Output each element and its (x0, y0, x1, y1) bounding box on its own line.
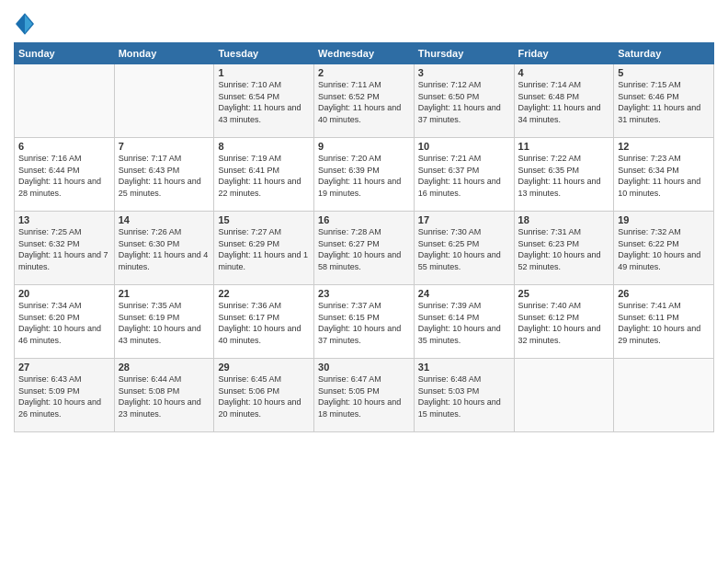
day-info: Sunrise: 6:43 AM Sunset: 5:09 PM Dayligh… (18, 373, 110, 419)
calendar-cell: 30Sunrise: 6:47 AM Sunset: 5:05 PM Dayli… (314, 359, 415, 432)
calendar-cell: 3Sunrise: 7:12 AM Sunset: 6:50 PM Daylig… (414, 64, 514, 138)
calendar-cell: 16Sunrise: 7:28 AM Sunset: 6:27 PM Dayli… (314, 212, 415, 285)
calendar-cell: 20Sunrise: 7:34 AM Sunset: 6:20 PM Dayli… (15, 285, 115, 359)
calendar-cell: 6Sunrise: 7:16 AM Sunset: 6:44 PM Daylig… (15, 138, 115, 212)
day-info: Sunrise: 7:27 AM Sunset: 6:29 PM Dayligh… (218, 226, 310, 272)
day-number: 23 (318, 288, 410, 299)
day-number: 22 (218, 288, 310, 299)
calendar-cell: 4Sunrise: 7:14 AM Sunset: 6:48 PM Daylig… (514, 64, 614, 138)
day-info: Sunrise: 6:48 AM Sunset: 5:03 PM Dayligh… (418, 373, 510, 419)
column-header-sunday: Sunday (15, 43, 115, 64)
day-info: Sunrise: 7:25 AM Sunset: 6:32 PM Dayligh… (18, 226, 110, 272)
day-number: 13 (18, 214, 110, 225)
logo-icon (16, 13, 34, 35)
day-number: 28 (119, 362, 210, 373)
day-number: 17 (418, 214, 510, 225)
day-number: 25 (518, 288, 610, 299)
calendar-header-row: SundayMondayTuesdayWednesdayThursdayFrid… (15, 43, 714, 64)
calendar-week-3: 13Sunrise: 7:25 AM Sunset: 6:32 PM Dayli… (15, 212, 714, 285)
day-number: 12 (618, 141, 710, 152)
day-info: Sunrise: 7:15 AM Sunset: 6:46 PM Dayligh… (618, 79, 710, 125)
calendar-cell: 17Sunrise: 7:30 AM Sunset: 6:25 PM Dayli… (414, 212, 514, 285)
day-number: 2 (318, 67, 410, 78)
day-number: 24 (418, 288, 510, 299)
day-info: Sunrise: 7:28 AM Sunset: 6:27 PM Dayligh… (318, 226, 410, 272)
day-number: 20 (18, 288, 110, 299)
column-header-monday: Monday (114, 43, 214, 64)
calendar-cell: 9Sunrise: 7:20 AM Sunset: 6:39 PM Daylig… (314, 138, 415, 212)
calendar-week-4: 20Sunrise: 7:34 AM Sunset: 6:20 PM Dayli… (15, 285, 714, 359)
day-number: 11 (518, 141, 610, 152)
day-number: 8 (218, 141, 310, 152)
day-number: 29 (218, 362, 310, 373)
calendar-table: SundayMondayTuesdayWednesdayThursdayFrid… (14, 42, 714, 432)
day-info: Sunrise: 7:17 AM Sunset: 6:43 PM Dayligh… (119, 153, 210, 199)
column-header-tuesday: Tuesday (214, 43, 314, 64)
day-info: Sunrise: 6:47 AM Sunset: 5:05 PM Dayligh… (318, 373, 410, 419)
calendar-cell: 19Sunrise: 7:32 AM Sunset: 6:22 PM Dayli… (614, 212, 714, 285)
day-info: Sunrise: 7:39 AM Sunset: 6:14 PM Dayligh… (418, 300, 510, 346)
calendar-cell: 13Sunrise: 7:25 AM Sunset: 6:32 PM Dayli… (15, 212, 115, 285)
day-info: Sunrise: 7:12 AM Sunset: 6:50 PM Dayligh… (418, 79, 510, 125)
day-info: Sunrise: 7:22 AM Sunset: 6:35 PM Dayligh… (518, 153, 610, 199)
calendar-cell: 21Sunrise: 7:35 AM Sunset: 6:19 PM Dayli… (114, 285, 214, 359)
day-info: Sunrise: 7:36 AM Sunset: 6:17 PM Dayligh… (218, 300, 310, 346)
calendar-cell (514, 359, 614, 432)
logo (14, 13, 37, 35)
day-info: Sunrise: 7:23 AM Sunset: 6:34 PM Dayligh… (618, 153, 710, 199)
calendar-cell: 1Sunrise: 7:10 AM Sunset: 6:54 PM Daylig… (214, 64, 314, 138)
day-number: 5 (618, 67, 710, 78)
day-info: Sunrise: 7:41 AM Sunset: 6:11 PM Dayligh… (618, 300, 710, 346)
day-number: 27 (18, 362, 110, 373)
calendar-cell: 8Sunrise: 7:19 AM Sunset: 6:41 PM Daylig… (214, 138, 314, 212)
day-info: Sunrise: 7:34 AM Sunset: 6:20 PM Dayligh… (18, 300, 110, 346)
calendar-cell: 28Sunrise: 6:44 AM Sunset: 5:08 PM Dayli… (114, 359, 214, 432)
calendar-cell (114, 64, 214, 138)
day-number: 19 (618, 214, 710, 225)
day-info: Sunrise: 6:44 AM Sunset: 5:08 PM Dayligh… (119, 373, 210, 419)
calendar-cell: 2Sunrise: 7:11 AM Sunset: 6:52 PM Daylig… (314, 64, 415, 138)
calendar-week-2: 6Sunrise: 7:16 AM Sunset: 6:44 PM Daylig… (15, 138, 714, 212)
calendar-cell: 23Sunrise: 7:37 AM Sunset: 6:15 PM Dayli… (314, 285, 415, 359)
calendar-cell: 25Sunrise: 7:40 AM Sunset: 6:12 PM Dayli… (514, 285, 614, 359)
day-info: Sunrise: 7:20 AM Sunset: 6:39 PM Dayligh… (318, 153, 410, 199)
day-number: 21 (119, 288, 210, 299)
calendar-week-1: 1Sunrise: 7:10 AM Sunset: 6:54 PM Daylig… (15, 64, 714, 138)
calendar-cell: 26Sunrise: 7:41 AM Sunset: 6:11 PM Dayli… (614, 285, 714, 359)
day-info: Sunrise: 7:10 AM Sunset: 6:54 PM Dayligh… (218, 79, 310, 125)
svg-marker-1 (25, 15, 32, 33)
day-number: 4 (518, 67, 610, 78)
day-number: 16 (318, 214, 410, 225)
calendar-cell: 15Sunrise: 7:27 AM Sunset: 6:29 PM Dayli… (214, 212, 314, 285)
calendar-cell: 24Sunrise: 7:39 AM Sunset: 6:14 PM Dayli… (414, 285, 514, 359)
day-info: Sunrise: 6:45 AM Sunset: 5:06 PM Dayligh… (218, 373, 310, 419)
calendar-cell: 12Sunrise: 7:23 AM Sunset: 6:34 PM Dayli… (614, 138, 714, 212)
day-number: 7 (119, 141, 210, 152)
day-number: 9 (318, 141, 410, 152)
day-info: Sunrise: 7:21 AM Sunset: 6:37 PM Dayligh… (418, 153, 510, 199)
day-number: 15 (218, 214, 310, 225)
day-number: 18 (518, 214, 610, 225)
calendar-cell: 29Sunrise: 6:45 AM Sunset: 5:06 PM Dayli… (214, 359, 314, 432)
calendar-cell: 11Sunrise: 7:22 AM Sunset: 6:35 PM Dayli… (514, 138, 614, 212)
day-number: 3 (418, 67, 510, 78)
day-info: Sunrise: 7:32 AM Sunset: 6:22 PM Dayligh… (618, 226, 710, 272)
day-info: Sunrise: 7:11 AM Sunset: 6:52 PM Dayligh… (318, 79, 410, 125)
day-info: Sunrise: 7:19 AM Sunset: 6:41 PM Dayligh… (218, 153, 310, 199)
column-header-wednesday: Wednesday (314, 43, 415, 64)
day-info: Sunrise: 7:30 AM Sunset: 6:25 PM Dayligh… (418, 226, 510, 272)
day-number: 10 (418, 141, 510, 152)
calendar-cell: 5Sunrise: 7:15 AM Sunset: 6:46 PM Daylig… (614, 64, 714, 138)
calendar-cell: 27Sunrise: 6:43 AM Sunset: 5:09 PM Dayli… (15, 359, 115, 432)
day-number: 31 (418, 362, 510, 373)
column-header-friday: Friday (514, 43, 614, 64)
day-info: Sunrise: 7:35 AM Sunset: 6:19 PM Dayligh… (119, 300, 210, 346)
day-number: 6 (18, 141, 110, 152)
day-info: Sunrise: 7:26 AM Sunset: 6:30 PM Dayligh… (119, 226, 210, 272)
day-number: 1 (218, 67, 310, 78)
page-header (14, 9, 714, 35)
calendar-body: 1Sunrise: 7:10 AM Sunset: 6:54 PM Daylig… (15, 64, 714, 432)
calendar-week-5: 27Sunrise: 6:43 AM Sunset: 5:09 PM Dayli… (15, 359, 714, 432)
day-number: 30 (318, 362, 410, 373)
day-info: Sunrise: 7:37 AM Sunset: 6:15 PM Dayligh… (318, 300, 410, 346)
